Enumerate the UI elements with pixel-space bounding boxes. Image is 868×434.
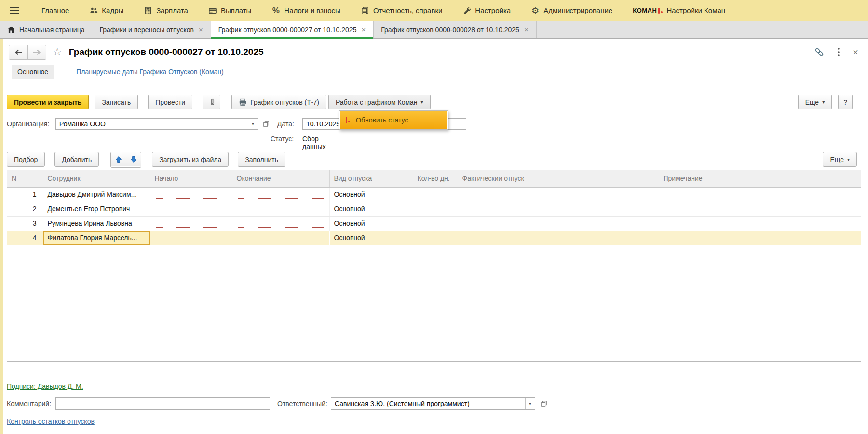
back-button[interactable] bbox=[9, 45, 27, 59]
cell-vacation-type[interactable]: Основной bbox=[329, 231, 413, 245]
nav-planned-dates-link[interactable]: Планируемые даты Графика Отпусков (Коман… bbox=[76, 68, 224, 76]
attachments-button[interactable] bbox=[203, 95, 220, 109]
responsible-field[interactable]: Савинская З.Ю. (Системный программист) ▾ bbox=[331, 397, 535, 410]
menu-item-koman-settings[interactable]: КОМАН Настройки Коман bbox=[633, 6, 725, 14]
menu-item-taxes[interactable]: % Налоги и взносы bbox=[271, 6, 340, 15]
cell-actual-start[interactable] bbox=[458, 231, 528, 245]
chevron-down-icon[interactable]: ▾ bbox=[248, 119, 258, 129]
cell-actual-end[interactable] bbox=[528, 202, 659, 216]
grid-row-selected[interactable]: 4 Филатова Глория Марсель... Основной bbox=[7, 231, 861, 245]
cell-days[interactable] bbox=[413, 231, 458, 245]
favorite-star-icon[interactable]: ☆ bbox=[53, 46, 62, 58]
cell-end[interactable] bbox=[232, 216, 329, 231]
menu-item-settings[interactable]: Настройка bbox=[462, 6, 511, 15]
grid-row[interactable]: 2 Дементьев Егор Петрович Основной bbox=[7, 202, 861, 216]
load-from-file-button[interactable]: Загрузить из файла bbox=[152, 152, 229, 167]
cell-start[interactable] bbox=[150, 187, 232, 202]
organization-field[interactable]: Ромашка ООО ▾ bbox=[55, 118, 258, 130]
nav-main-chip[interactable]: Основное bbox=[12, 65, 54, 79]
col-header-num[interactable]: N bbox=[7, 170, 43, 187]
post-button[interactable]: Провести bbox=[148, 95, 192, 109]
cell-end[interactable] bbox=[232, 187, 329, 202]
cell-start[interactable] bbox=[150, 231, 232, 245]
fill-button[interactable]: Заполнить bbox=[238, 152, 285, 167]
more-button[interactable]: Еще ▾ bbox=[798, 95, 832, 109]
cell-actual-start[interactable] bbox=[458, 216, 528, 231]
cell-note[interactable] bbox=[659, 216, 861, 231]
cell-note[interactable] bbox=[659, 187, 861, 202]
menu-item-reports[interactable]: Отчетность, справки bbox=[361, 6, 442, 15]
cell-note[interactable] bbox=[659, 231, 861, 245]
cell-employee-focused[interactable]: Филатова Глория Марсель... bbox=[43, 231, 150, 245]
tab-vacation-schedule-27[interactable]: График отпусков 0000-000027 от 10.10.202… bbox=[211, 21, 374, 38]
cell-employee[interactable]: Румянцева Ирина Львовна bbox=[43, 216, 150, 231]
col-header-start[interactable]: Начало bbox=[150, 170, 232, 187]
cell-num[interactable]: 1 bbox=[7, 187, 43, 202]
tab-close-icon[interactable]: × bbox=[524, 26, 529, 33]
cell-actual-end[interactable] bbox=[528, 187, 659, 202]
move-up-button[interactable] bbox=[111, 152, 126, 166]
col-header-actual[interactable]: Фактический отпуск bbox=[458, 170, 659, 187]
help-button[interactable]: ? bbox=[838, 95, 853, 109]
cell-num[interactable]: 2 bbox=[7, 202, 43, 216]
cell-actual-start[interactable] bbox=[458, 202, 528, 216]
tab-close-icon[interactable]: × bbox=[198, 26, 203, 33]
save-button[interactable]: Записать bbox=[95, 95, 138, 109]
grid-more-button[interactable]: Еще ▾ bbox=[823, 152, 857, 167]
col-header-employee[interactable]: Сотрудник bbox=[43, 170, 150, 187]
vacation-balance-control-link[interactable]: Контроль остатков отпусков bbox=[7, 418, 95, 425]
cell-num[interactable]: 3 bbox=[7, 216, 43, 231]
move-down-button[interactable] bbox=[126, 152, 141, 166]
tab-vacation-schedules-list[interactable]: Графики и переносы отпусков × bbox=[92, 21, 211, 38]
menu-item-payments[interactable]: Выплаты bbox=[208, 6, 251, 15]
tab-vacation-schedule-28[interactable]: График отпусков 0000-000028 от 10.10.202… bbox=[374, 21, 536, 38]
cell-note[interactable] bbox=[659, 202, 861, 216]
chevron-down-icon[interactable]: ▾ bbox=[525, 398, 535, 409]
get-link-icon[interactable] bbox=[814, 47, 825, 57]
cell-actual-end[interactable] bbox=[528, 231, 659, 245]
signatures-link[interactable]: Подписи: Давыдов Д. М. bbox=[7, 382, 83, 390]
cell-days[interactable] bbox=[413, 202, 458, 216]
hamburger-menu-icon[interactable] bbox=[8, 5, 21, 16]
cell-start[interactable] bbox=[150, 202, 232, 216]
menu-item-hr[interactable]: Кадры bbox=[89, 6, 123, 15]
grid-row[interactable]: 1 Давыдов Дмитрий Максим... Основной bbox=[7, 187, 861, 202]
open-responsible-icon[interactable] bbox=[539, 399, 549, 408]
cell-end[interactable] bbox=[232, 202, 329, 216]
post-and-close-button[interactable]: Провести и закрыть bbox=[7, 95, 89, 109]
open-organization-icon[interactable] bbox=[261, 120, 271, 128]
col-header-days[interactable]: Кол-во дн. bbox=[413, 170, 458, 187]
menu-item-update-status[interactable]: Обновить статус bbox=[340, 111, 447, 129]
grid-row[interactable]: 3 Румянцева Ирина Львовна Основной bbox=[7, 216, 861, 231]
koman-dropdown-button[interactable]: Работа с графиком Коман ▾ bbox=[328, 95, 431, 109]
cell-actual-start[interactable] bbox=[458, 187, 528, 202]
cell-days[interactable] bbox=[413, 216, 458, 231]
pick-button[interactable]: Подбор bbox=[7, 152, 45, 167]
col-header-end[interactable]: Окончание bbox=[232, 170, 329, 187]
date-label: Дата: bbox=[277, 120, 294, 128]
menu-item-main[interactable]: Главное bbox=[41, 6, 69, 14]
cell-num[interactable]: 4 bbox=[7, 231, 43, 245]
menu-item-salary[interactable]: Зарплата bbox=[144, 6, 188, 15]
cell-days[interactable] bbox=[413, 187, 458, 202]
tab-close-icon[interactable]: × bbox=[361, 26, 366, 33]
close-window-icon[interactable]: × bbox=[853, 47, 858, 57]
col-header-vacation-type[interactable]: Вид отпуска bbox=[329, 170, 413, 187]
cell-actual-end[interactable] bbox=[528, 216, 659, 231]
tab-home[interactable]: Начальная страница bbox=[0, 21, 92, 38]
print-t7-button[interactable]: График отпусков (Т-7) bbox=[231, 95, 326, 109]
more-vert-icon[interactable] bbox=[837, 47, 840, 57]
arrow-up-icon bbox=[115, 156, 122, 163]
cell-start[interactable] bbox=[150, 216, 232, 231]
col-header-note[interactable]: Примечание bbox=[659, 170, 861, 187]
cell-end[interactable] bbox=[232, 231, 329, 245]
cell-employee[interactable]: Дементьев Егор Петрович bbox=[43, 202, 150, 216]
menu-item-administration[interactable]: ⚙ Администрирование bbox=[531, 6, 612, 15]
cell-employee[interactable]: Давыдов Дмитрий Максим... bbox=[43, 187, 150, 202]
cell-vacation-type[interactable]: Основной bbox=[329, 202, 413, 216]
comment-input[interactable] bbox=[55, 397, 270, 410]
forward-button[interactable] bbox=[27, 45, 46, 59]
cell-vacation-type[interactable]: Основной bbox=[329, 187, 413, 202]
cell-vacation-type[interactable]: Основной bbox=[329, 216, 413, 231]
add-button[interactable]: Добавить bbox=[54, 152, 99, 167]
